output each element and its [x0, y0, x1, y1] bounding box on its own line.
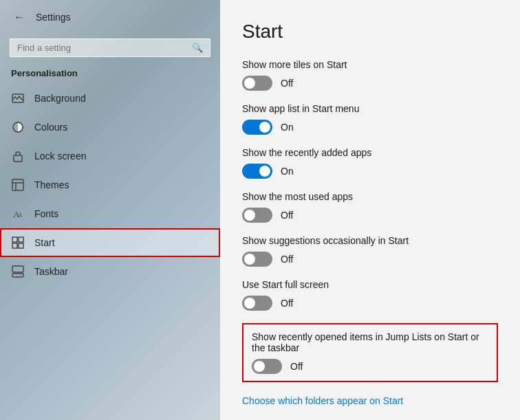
colours-icon — [11, 120, 25, 134]
sidebar-item-themes[interactable]: Themes — [0, 170, 220, 199]
toggle-thumb-suggestions — [244, 254, 255, 265]
toggle-row-more-tiles: Off — [242, 76, 498, 91]
sidebar-item-lock-screen[interactable]: Lock screen — [0, 142, 220, 170]
toggle-more-tiles[interactable] — [242, 76, 272, 91]
sidebar-item-taskbar[interactable]: Taskbar — [0, 257, 220, 286]
back-button[interactable]: ← — [11, 8, 28, 26]
setting-group-recently-added: Show the recently added appsOn — [242, 147, 498, 179]
toggle-row-full-screen: Off — [242, 296, 498, 311]
sidebar-item-colours[interactable]: Colours — [0, 113, 220, 142]
folders-link[interactable]: Choose which folders appear on Start — [242, 395, 403, 406]
nav-list: BackgroundColoursLock screenThemesAAFont… — [0, 84, 220, 420]
toggle-row-app-list: On — [242, 120, 498, 135]
toggle-state-most-used: Off — [281, 210, 293, 221]
sidebar: ← Settings 🔍 Personalisation BackgroundC… — [0, 0, 220, 420]
main-content: Start Show more tiles on StartOffShow ap… — [220, 0, 520, 420]
toggle-state-more-tiles: Off — [281, 78, 293, 89]
svg-rect-3 — [12, 179, 23, 190]
setting-label-most-used: Show the most used apps — [242, 191, 498, 202]
toggle-track-recently-added[interactable] — [242, 164, 272, 179]
toggle-recently-opened[interactable] — [252, 359, 282, 374]
search-box[interactable]: 🔍 — [10, 38, 210, 57]
toggle-row-most-used: Off — [242, 208, 498, 223]
search-icon: 🔍 — [192, 43, 203, 53]
toggle-thumb-full-screen — [244, 298, 255, 309]
setting-group-suggestions: Show suggestions occasionally in StartOf… — [242, 235, 498, 267]
toggle-track-recently-opened[interactable] — [252, 359, 282, 374]
taskbar-icon — [11, 265, 25, 278]
toggle-row-recently-added: On — [242, 164, 498, 179]
sidebar-item-label-fonts: Fonts — [34, 208, 58, 219]
toggle-suggestions[interactable] — [242, 252, 272, 267]
start-icon — [11, 236, 25, 250]
toggle-app-list[interactable] — [242, 120, 272, 135]
svg-rect-11 — [12, 266, 23, 272]
setting-label-suggestions: Show suggestions occasionally in Start — [242, 235, 498, 246]
setting-label-app-list: Show app list in Start menu — [242, 103, 498, 114]
sidebar-item-background[interactable]: Background — [0, 84, 220, 113]
toggle-state-app-list: On — [281, 122, 294, 133]
search-input[interactable] — [17, 43, 186, 53]
setting-group-more-tiles: Show more tiles on StartOff — [242, 59, 498, 91]
setting-group-most-used: Show the most used appsOff — [242, 191, 498, 223]
toggle-state-suggestions: Off — [281, 254, 293, 265]
toggle-thumb-recently-added — [259, 166, 270, 177]
fonts-icon: AA — [11, 207, 25, 221]
sidebar-item-label-start: Start — [34, 237, 55, 248]
toggle-state-recently-opened: Off — [290, 361, 303, 372]
sidebar-title: Settings — [36, 12, 71, 23]
setting-group-full-screen: Use Start full screenOff — [242, 279, 498, 311]
toggle-recently-added[interactable] — [242, 164, 272, 179]
toggle-row-suggestions: Off — [242, 252, 498, 267]
sidebar-item-fonts[interactable]: AAFonts — [0, 199, 220, 228]
toggle-state-full-screen: Off — [281, 298, 293, 309]
svg-rect-9 — [19, 243, 23, 248]
setting-label-full-screen: Use Start full screen — [242, 279, 498, 290]
svg-rect-2 — [14, 155, 22, 162]
toggle-thumb-most-used — [244, 210, 255, 221]
settings-container: Show more tiles on StartOffShow app list… — [242, 59, 498, 382]
sidebar-item-label-themes: Themes — [34, 179, 69, 190]
sidebar-item-label-taskbar: Taskbar — [34, 266, 68, 277]
svg-text:A: A — [18, 212, 23, 219]
setting-label-more-tiles: Show more tiles on Start — [242, 59, 498, 70]
sidebar-item-label-background: Background — [34, 93, 86, 104]
svg-rect-7 — [19, 237, 23, 242]
section-label: Personalisation — [0, 65, 220, 84]
sidebar-item-label-lock-screen: Lock screen — [34, 151, 86, 162]
setting-group-app-list: Show app list in Start menuOn — [242, 103, 498, 135]
toggle-thumb-recently-opened — [254, 361, 265, 372]
lock-screen-icon — [11, 149, 25, 163]
background-icon — [11, 91, 25, 105]
toggle-thumb-app-list — [259, 122, 270, 133]
toggle-track-suggestions[interactable] — [242, 252, 272, 267]
toggle-state-recently-added: On — [281, 166, 294, 177]
toggle-track-most-used[interactable] — [242, 208, 272, 223]
toggle-track-app-list[interactable] — [242, 120, 272, 135]
themes-icon — [11, 178, 25, 192]
sidebar-header: ← Settings — [0, 0, 220, 34]
setting-label-recently-added: Show the recently added apps — [242, 147, 498, 158]
svg-rect-10 — [12, 274, 23, 277]
setting-label-recently-opened: Show recently opened items in Jump Lists… — [252, 331, 488, 353]
toggle-full-screen[interactable] — [242, 296, 272, 311]
toggle-track-full-screen[interactable] — [242, 296, 272, 311]
svg-rect-6 — [12, 237, 17, 242]
toggle-row-recently-opened: Off — [252, 359, 488, 374]
sidebar-item-label-colours: Colours — [34, 122, 67, 133]
setting-group-recently-opened: Show recently opened items in Jump Lists… — [242, 323, 498, 382]
toggle-track-more-tiles[interactable] — [242, 76, 272, 91]
sidebar-item-start[interactable]: Start — [0, 228, 220, 257]
svg-rect-8 — [12, 243, 17, 248]
toggle-thumb-more-tiles — [244, 78, 255, 89]
toggle-most-used[interactable] — [242, 208, 272, 223]
page-title: Start — [242, 21, 498, 43]
